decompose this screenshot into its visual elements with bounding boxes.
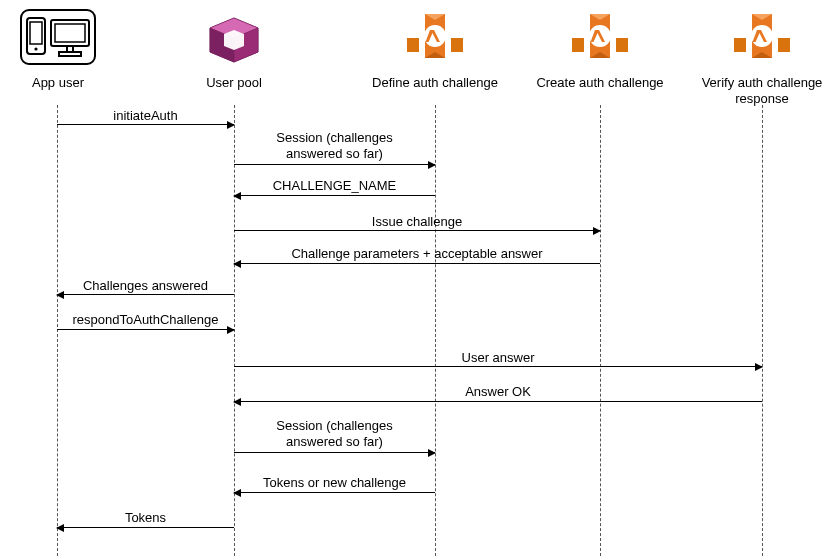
- participant-label: Define auth challenge: [365, 75, 505, 91]
- svg-marker-12: [224, 30, 244, 50]
- lambda-icon: [405, 8, 465, 69]
- mobile-desktop-icon: [19, 8, 97, 69]
- message-arrow-session-1: [234, 164, 435, 165]
- message-label: Session (challenges answered so far): [234, 418, 435, 451]
- lifeline-verify: [762, 105, 763, 556]
- participant-app-user: App user: [18, 8, 98, 91]
- participant-define-challenge: Define auth challenge: [365, 8, 505, 91]
- svg-rect-2: [30, 22, 42, 44]
- svg-rect-20: [616, 38, 628, 52]
- participant-label: User pool: [194, 75, 274, 91]
- message-label: initiateAuth: [57, 108, 234, 124]
- participant-create-challenge: Create auth challenge: [530, 8, 670, 91]
- message-arrow-challenge-name: [234, 195, 435, 196]
- message-arrow-initiateauth: [57, 124, 234, 125]
- message-arrow-respond-to-auth-challenge: [57, 329, 234, 330]
- participant-verify-challenge: Verify auth challenge response: [692, 8, 832, 106]
- lambda-icon: [732, 8, 792, 69]
- message-label: Issue challenge: [234, 214, 600, 230]
- lambda-icon: [570, 8, 630, 69]
- message-label: User answer: [234, 350, 762, 366]
- message-label: Challenge parameters + acceptable answer: [234, 246, 600, 262]
- svg-point-3: [34, 47, 37, 50]
- cognito-userpool-icon: [205, 8, 263, 69]
- message-arrow-answer-ok: [234, 401, 762, 402]
- message-label: Tokens or new challenge: [234, 475, 435, 491]
- svg-rect-19: [572, 38, 584, 52]
- svg-rect-13: [407, 38, 419, 52]
- lifeline-create: [600, 105, 601, 556]
- participant-label: Verify auth challenge response: [692, 75, 832, 106]
- svg-rect-26: [778, 38, 790, 52]
- message-arrow-challenges-answered: [57, 294, 234, 295]
- svg-rect-25: [734, 38, 746, 52]
- participant-user-pool: User pool: [194, 8, 274, 91]
- message-label: respondToAuthChallenge: [57, 312, 234, 328]
- message-arrow-session-2: [234, 452, 435, 453]
- svg-rect-7: [59, 52, 81, 56]
- message-label: Answer OK: [234, 384, 762, 400]
- participant-label: App user: [18, 75, 98, 91]
- message-label: Challenges answered: [57, 278, 234, 294]
- message-label: CHALLENGE_NAME: [234, 178, 435, 194]
- message-label: Session (challenges answered so far): [234, 130, 435, 163]
- message-arrow-challenge-params: [234, 263, 600, 264]
- lifeline-app-user: [57, 105, 58, 556]
- message-arrow-tokens: [57, 527, 234, 528]
- sequence-diagram: App user User pool: [0, 0, 837, 556]
- message-label: Tokens: [57, 510, 234, 526]
- lifeline-define: [435, 105, 436, 556]
- message-arrow-issue-challenge: [234, 230, 600, 231]
- message-arrow-user-answer: [234, 366, 762, 367]
- svg-rect-5: [55, 24, 85, 42]
- participant-label: Create auth challenge: [530, 75, 670, 91]
- message-arrow-tokens-or-new: [234, 492, 435, 493]
- svg-rect-14: [451, 38, 463, 52]
